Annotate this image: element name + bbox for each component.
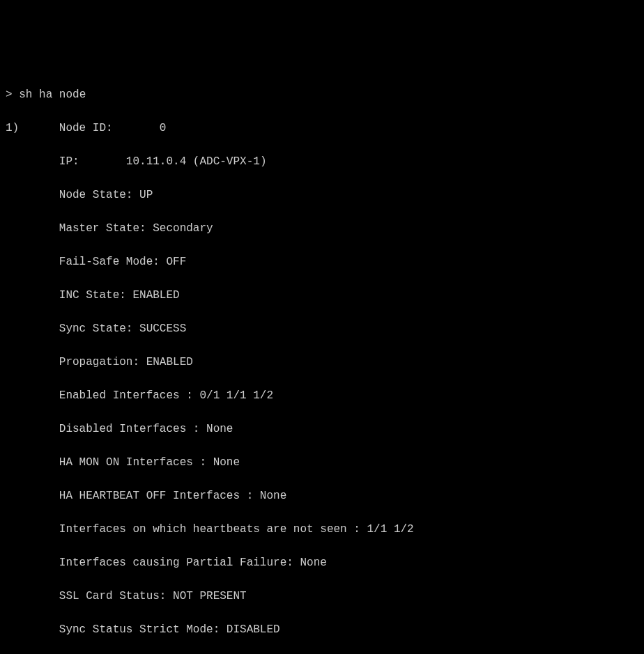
fail-safe: Fail-Safe Mode: OFF xyxy=(6,254,638,270)
command-line: > sh ha node xyxy=(6,86,638,103)
partial-failure: Interfaces causing Partial Failure: None xyxy=(6,554,638,571)
propagation: Propagation: ENABLED xyxy=(6,354,638,371)
sync-state: Sync State: SUCCESS xyxy=(6,320,638,337)
enabled-interfaces: Enabled Interfaces : 0/1 1/1 1/2 xyxy=(6,387,638,404)
inc-state: INC State: ENABLED xyxy=(6,287,638,304)
ssl-card: SSL Card Status: NOT PRESENT xyxy=(6,588,638,605)
disabled-interfaces: Disabled Interfaces : None xyxy=(6,421,638,437)
ha-mon-on: HA MON ON Interfaces : None xyxy=(6,454,638,471)
terminal-output: > sh ha node 1) Node ID: 0 IP: 10.11.0.4… xyxy=(6,70,638,654)
master-state: Master State: Secondary xyxy=(6,220,638,237)
heartbeats-not-seen: Interfaces on which heartbeats are not s… xyxy=(6,521,638,538)
sync-strict: Sync Status Strict Mode: DISABLED xyxy=(6,621,638,638)
node-header: 1) Node ID: 0 xyxy=(6,120,638,137)
ha-heartbeat-off: HA HEARTBEAT OFF Interfaces : None xyxy=(6,488,638,504)
node-ip: IP: 10.11.0.4 (ADC-VPX-1) xyxy=(6,153,638,170)
command-text: sh ha node xyxy=(19,88,86,101)
node-state: Node State: UP xyxy=(6,187,638,203)
prompt-char: > xyxy=(6,88,13,101)
